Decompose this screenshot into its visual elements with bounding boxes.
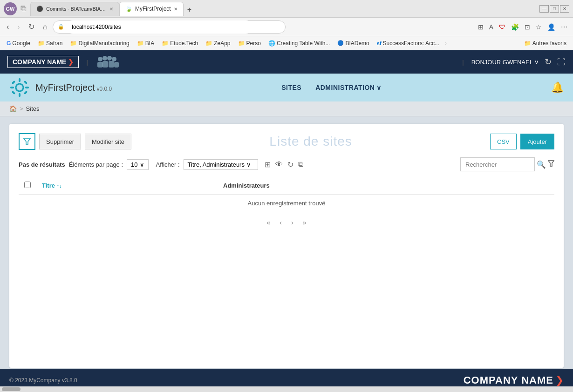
tab-commits-close[interactable]: ✕ [109,7,113,12]
csv-button[interactable]: CSV [490,134,517,149]
titre-column-header[interactable]: Titre ↑↓ [36,177,218,195]
forward-button[interactable]: › [14,22,22,32]
app-version: v0.0.0 [96,86,112,92]
puzzle-icon[interactable]: 🧩 [509,22,521,32]
table-controls: Pas de résultats Éléments par page : 10 … [19,157,554,171]
column-filter-button[interactable] [548,160,554,169]
bookmark-google-label: Google [12,40,30,47]
breadcrumb-home-icon[interactable]: 🏠 [9,105,17,112]
nav-sites[interactable]: SITES [281,84,301,91]
greeting-label: BONJOUR GWENAEL [471,59,533,66]
svg-marker-17 [24,139,30,144]
tab-myfirstproject-close[interactable]: ✕ [174,7,177,12]
maximize-button[interactable]: □ [550,5,559,13]
bookmark-creating-table[interactable]: 🌐 Creating Table With... [266,39,333,47]
ajouter-button[interactable]: Ajouter [520,134,554,149]
copy-icon[interactable]: ⧉ [20,4,27,14]
table-header: Titre ↑↓ Administrateurs [19,177,554,195]
no-data-message: Aucun enregistrement trouvé [19,195,554,211]
address-input[interactable] [66,20,252,34]
nav-administration[interactable]: ADMINISTRATION ∨ [315,84,382,91]
bia-icon: 🔵 [337,40,344,46]
company-name-text: COMPANY NAME [13,58,66,66]
bookmark-biademo[interactable]: 🔵 BIADemo [334,39,372,47]
reload-button[interactable]: ↻ [26,21,37,32]
extensions-button[interactable]: ⊞ [476,22,485,32]
bookmark-digitalmanufacturing[interactable]: 📁 DigitalManufacturing [67,39,132,47]
last-page-button[interactable]: » [299,217,310,228]
next-page-button[interactable]: › [287,217,297,228]
new-tab-button[interactable]: + [184,4,195,16]
search-button[interactable]: 🔍 [537,160,546,169]
icon-group: ⊞ 👁 ↻ ⧉ [264,159,304,170]
fullscreen-button[interactable]: ⛶ [557,57,566,67]
company-name-badge[interactable]: COMPANY NAME ❯ [7,56,79,68]
footer-company-name: COMPANY NAME [464,374,553,386]
svg-rect-7 [114,62,119,68]
tab-myfirstproject[interactable]: 🍃 MyFirstProject ✕ [119,2,184,16]
filter-button[interactable] [19,133,35,150]
copy-table-button[interactable]: ⧉ [297,159,304,169]
tab-bar: ⚫ Commits · BIATeam/BIADemo · C... ✕ 🍃 M… [30,2,536,16]
notification-bell-button[interactable]: 🔔 [551,81,564,94]
profile-button[interactable]: 👤 [546,22,557,32]
eye-button[interactable]: 👁 [274,159,284,169]
tab-commits[interactable]: ⚫ Commits · BIATeam/BIADemo · C... ✕ [30,2,119,16]
display-select[interactable]: Titre, Administrateurs ∨ [184,159,258,170]
extension1-button[interactable]: A [487,22,495,32]
close-button[interactable]: ✕ [560,5,569,13]
bookmark-bia[interactable]: 📁 BIA [134,39,157,47]
bookmark-safran[interactable]: 📁 Safran [35,39,65,47]
prev-page-button[interactable]: ‹ [276,217,286,228]
more-button[interactable]: ⋯ [559,22,569,32]
per-page-select[interactable]: 10 ∨ [127,159,148,170]
bookmark-successfactors[interactable]: sf SuccessFactors: Acc... [374,39,442,47]
display-label: Afficher : [156,161,180,168]
display-chevron-icon: ∨ [246,161,251,168]
chevron-down-icon[interactable]: ∨ [534,59,539,66]
bookmark-sf-label: SuccessFactors: Acc... [383,40,439,47]
svg-rect-13 [12,81,15,84]
bookmark-zeapp[interactable]: 📁 ZeApp [203,39,233,47]
top-nav: COMPANY NAME ❯ | | [0,50,573,74]
bookmark-etudetech[interactable]: 📁 Etude.Tech [159,39,201,47]
app-header-left: MyFirstProject v0.0.0 [9,77,112,98]
titre-label: Titre [42,182,55,189]
chevron-down-icon2: ∨ [376,84,382,91]
refresh-table-button[interactable]: ↻ [286,159,294,170]
footer-arrow-icon: ❯ [555,374,564,386]
minimize-button[interactable]: — [539,5,549,13]
first-page-button[interactable]: « [263,217,274,228]
grid-view-button[interactable]: ⊞ [264,159,272,170]
breadcrumb-sites: Sites [26,105,40,112]
bookmark-perso-label: Perso [246,40,261,47]
sidebar-button[interactable]: ⊡ [523,22,532,32]
bookmark-autres-favoris[interactable]: 📁 Autres favoris [521,39,569,47]
filter-icon [23,138,31,145]
select-all-checkbox[interactable] [24,182,31,188]
bookmark-google[interactable]: G Google [4,39,33,47]
tab-commits-label: Commits · BIATeam/BIADemo · C... [46,6,107,12]
toolbar: Supprimer Modifier site Liste de sites C… [19,133,554,150]
app-nav: SITES ADMINISTRATION ∨ [281,84,382,91]
back-button[interactable]: ‹ [4,22,12,32]
greeting-text: BONJOUR GWENAEL ∨ [471,59,539,66]
supprimer-button[interactable]: Supprimer [39,134,81,149]
scrollbar-thumb[interactable] [2,387,20,391]
bookmark-safran-label: Safran [46,40,62,47]
bookmark-zeapp-label: ZeApp [214,40,230,47]
star-button[interactable]: ☆ [534,22,544,32]
search-input[interactable] [460,157,535,171]
shield-icon[interactable]: 🛡 [497,22,507,32]
column-filter-icon [548,160,554,167]
svg-rect-12 [25,87,29,88]
bookmark-et-label: Etude.Tech [170,40,198,47]
scrollbar[interactable] [0,386,573,392]
folder-icon3: 📁 [137,40,144,47]
list-title: Liste de sites [135,134,486,149]
refresh-button[interactable]: ↻ [545,57,552,67]
bookmark-perso[interactable]: 📁 Perso [235,39,264,47]
app-title-group: MyFirstProject v0.0.0 [35,82,112,93]
home-button[interactable]: ⌂ [40,22,50,32]
modifier-button[interactable]: Modifier site [85,134,131,149]
